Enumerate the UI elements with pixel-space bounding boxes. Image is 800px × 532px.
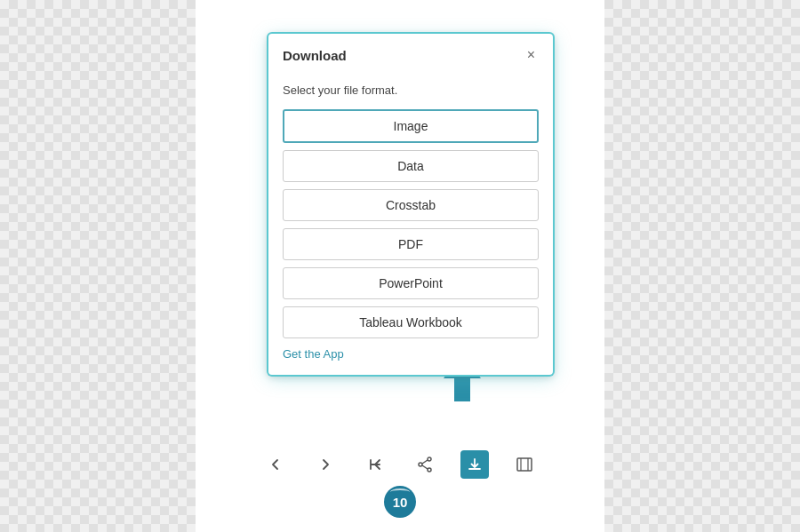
close-button[interactable]: × bbox=[524, 46, 539, 64]
format-pdf-button[interactable]: PDF bbox=[283, 228, 539, 260]
download-button[interactable] bbox=[460, 450, 489, 479]
dialog-title: Download bbox=[283, 48, 347, 63]
svg-point-3 bbox=[419, 463, 422, 466]
dialog-body: Select your file format. Image Data Cros… bbox=[268, 73, 553, 375]
format-powerpoint-button[interactable]: PowerPoint bbox=[283, 267, 539, 299]
bottom-toolbar bbox=[261, 450, 539, 479]
dialog-subtitle: Select your file format. bbox=[283, 83, 539, 97]
step-badge: 10 bbox=[384, 486, 416, 518]
svg-point-1 bbox=[428, 457, 431, 461]
download-dialog: Download × Select your file format. Imag… bbox=[268, 34, 553, 375]
step-number: 10 bbox=[393, 495, 408, 510]
fullscreen-button[interactable] bbox=[510, 450, 539, 479]
home-button[interactable] bbox=[361, 450, 389, 479]
svg-rect-6 bbox=[517, 458, 532, 471]
step-badge-container: 10 bbox=[384, 486, 416, 518]
svg-point-2 bbox=[428, 468, 431, 472]
format-crosstab-button[interactable]: Crosstab bbox=[283, 189, 539, 221]
dialog-header: Download × bbox=[268, 34, 553, 73]
get-app-link[interactable]: Get the App bbox=[283, 347, 539, 361]
forward-button[interactable] bbox=[311, 450, 340, 479]
svg-line-5 bbox=[422, 465, 428, 469]
share-button[interactable] bbox=[411, 450, 439, 479]
format-tableau-workbook-button[interactable]: Tableau Workbook bbox=[283, 306, 539, 338]
svg-line-4 bbox=[422, 460, 428, 464]
format-data-button[interactable]: Data bbox=[283, 150, 539, 182]
format-image-button[interactable]: Image bbox=[283, 109, 539, 143]
back-button[interactable] bbox=[261, 450, 290, 479]
